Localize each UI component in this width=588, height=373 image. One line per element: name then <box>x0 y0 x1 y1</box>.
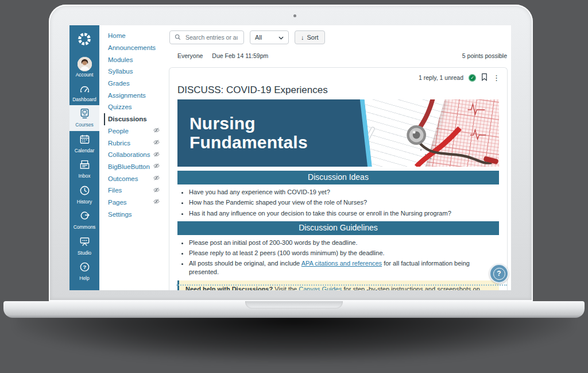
banner-photo <box>348 99 499 167</box>
sort-button[interactable]: ↓ Sort <box>295 30 325 44</box>
global-nav-account[interactable]: Account <box>69 54 99 81</box>
screen: Account Dashboard Courses <box>69 25 511 290</box>
subscribe-toggle-icon[interactable]: ✓ <box>469 74 476 82</box>
eye-slash-icon <box>153 151 160 159</box>
global-nav-dashboard[interactable]: Dashboard <box>69 81 99 106</box>
global-nav-studio[interactable]: Studio <box>69 233 99 259</box>
bullet-item: Has it had any influence on your decisio… <box>189 209 499 217</box>
course-nav-label: Grades <box>108 80 130 87</box>
collapse-nav-button[interactable] <box>69 284 99 291</box>
global-nav-label: Commons <box>74 225 96 230</box>
course-nav-label: Files <box>108 187 122 194</box>
course-nav-outcomes[interactable]: Outcomes <box>108 172 167 184</box>
course-nav-label: Rubrics <box>108 140 130 147</box>
course-nav-label: Home <box>108 32 126 39</box>
eye-slash-icon <box>153 175 160 182</box>
bullet-item: Please reply to at least 2 peers (100 wo… <box>189 249 499 257</box>
course-nav-label: BigBlueButton <box>108 163 150 170</box>
banner-title-line2: Fundamentals <box>189 133 308 153</box>
bullet-item: All posts should be original, and includ… <box>189 259 499 276</box>
page-background: Account Dashboard Courses <box>0 0 588 373</box>
global-nav: Account Dashboard Courses <box>69 25 99 290</box>
course-nav-collaborations[interactable]: Collaborations <box>108 149 167 161</box>
canvas-guides-link[interactable]: Canvas Guides <box>299 286 342 290</box>
global-nav-inbox[interactable]: Inbox <box>69 156 99 182</box>
course-nav-label: Assignments <box>108 92 146 99</box>
help-fab-button[interactable]: ? <box>489 264 509 283</box>
bullet-item: Have you had any experience with COVID-1… <box>189 188 499 196</box>
account-avatar-icon <box>78 57 92 71</box>
global-nav-history[interactable]: History <box>69 182 99 208</box>
global-nav-label: Studio <box>78 251 91 256</box>
webcam-dot <box>293 14 296 17</box>
course-nav-home[interactable]: Home <box>108 30 167 42</box>
global-nav-label: Help <box>79 276 89 281</box>
global-nav-commons[interactable]: Commons <box>69 207 99 233</box>
search-icon <box>175 32 181 43</box>
reply-status-row: 1 reply, 1 unread ✓ ⋮ <box>169 68 507 82</box>
course-nav-label: Discussions <box>108 116 147 122</box>
course-nav-pages[interactable]: Pages <box>108 197 167 209</box>
audience-label: Everyone <box>177 52 203 59</box>
course-banner: Nursing Fundamentals <box>177 99 499 167</box>
due-date-label: Due Feb 14 11:59pm <box>212 52 268 59</box>
course-nav-syllabus[interactable]: Syllabus <box>108 66 167 78</box>
global-nav-calendar[interactable]: Calendar <box>69 131 99 157</box>
bookmark-icon[interactable] <box>481 73 488 82</box>
course-nav-label: Modules <box>108 56 133 63</box>
course-nav-bigbluebutton[interactable]: BigBlueButton <box>108 161 167 173</box>
global-nav-label: Dashboard <box>72 97 96 102</box>
eye-slash-icon <box>153 139 160 147</box>
course-nav-label: Syllabus <box>108 68 133 75</box>
course-nav-files[interactable]: Files <box>108 184 167 197</box>
sort-label: Sort <box>307 34 319 41</box>
kebab-menu-icon[interactable]: ⋮ <box>493 74 500 82</box>
course-nav-label: Outcomes <box>108 175 138 182</box>
calendar-icon <box>79 134 90 147</box>
studio-screen-icon <box>79 236 90 249</box>
filter-select[interactable]: All <box>250 30 289 44</box>
discussion-card: 1 reply, 1 unread ✓ ⋮ DISCUSS: COVID-19 … <box>169 67 508 290</box>
svg-text:?: ? <box>83 264 86 270</box>
course-nav-people[interactable]: People <box>108 125 167 137</box>
eye-slash-icon <box>153 187 160 194</box>
canvas-logo-icon <box>77 32 92 49</box>
course-nav-grades[interactable]: Grades <box>108 78 167 90</box>
apa-citations-link[interactable]: APA citations and references <box>301 260 382 267</box>
course-nav-quizzes[interactable]: Quizzes <box>108 101 167 113</box>
course-nav-assignments[interactable]: Assignments <box>108 89 167 101</box>
global-nav-label: History <box>77 199 92 205</box>
chevron-down-icon <box>278 34 284 41</box>
course-nav-modules[interactable]: Modules <box>108 53 167 66</box>
main-content: All ↓ Sort Everyone Due Feb 14 11:59pm <box>167 25 511 290</box>
laptop-shadow <box>16 314 572 363</box>
search-input[interactable] <box>184 33 239 41</box>
bullet-text: All posts should be original, and includ… <box>189 260 301 267</box>
callout-text-pre: Visit the <box>273 286 299 290</box>
section-heading-ideas: Discussion Ideas <box>177 171 499 184</box>
course-nav-settings[interactable]: Settings <box>108 208 167 220</box>
eye-slash-icon <box>153 163 160 170</box>
canvas-logo[interactable] <box>69 25 99 54</box>
banner-title-line1: Nursing <box>189 114 308 133</box>
reply-count-label: 1 reply, 1 unread <box>419 74 463 81</box>
course-nav-announcements[interactable]: Announcements <box>108 42 167 54</box>
course-nav-label: People <box>108 128 129 134</box>
search-box <box>169 30 244 44</box>
global-nav-label: Calendar <box>75 148 95 153</box>
question-mark-icon: ? <box>493 268 505 280</box>
ideas-bullet-list: Have you had any experience with COVID-1… <box>177 188 499 217</box>
filter-value: All <box>255 34 262 41</box>
global-nav-courses[interactable]: Courses <box>69 105 99 131</box>
course-nav-label: Quizzes <box>108 103 132 110</box>
course-nav-discussions[interactable]: Discussions <box>104 113 167 125</box>
global-nav-help[interactable]: ? Help <box>69 259 99 284</box>
guidelines-bullet-list: Please post an initial post of 200-300 w… <box>177 239 499 276</box>
inbox-tray-icon <box>79 159 90 172</box>
bullet-item: How has the Pandemic shaped your view of… <box>189 198 499 206</box>
laptop-frame: Account Dashboard Courses <box>49 5 533 301</box>
sort-arrow-icon: ↓ <box>301 34 304 41</box>
course-nav-rubrics[interactable]: Rubrics <box>108 137 167 149</box>
bullet-item: Please post an initial post of 200-300 w… <box>189 239 499 247</box>
global-nav-label: Inbox <box>79 174 91 179</box>
